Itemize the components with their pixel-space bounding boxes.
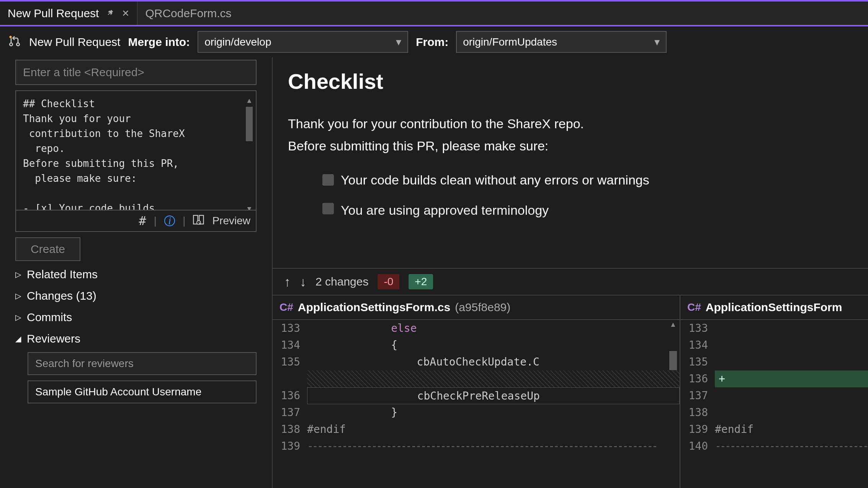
from-label: From: [416, 36, 448, 49]
preview-checklist-item: Your code builds clean without any error… [288, 173, 853, 188]
diff-filename: ApplicationSettingsForm.cs [298, 301, 450, 314]
chevron-right-icon: ▷ [15, 291, 23, 300]
tab-title: QRCodeForm.cs [145, 7, 231, 20]
preview-checklist-item: You are using approved terminology [288, 203, 853, 217]
cs-file-icon: C# [280, 301, 293, 313]
create-button[interactable]: Create [15, 237, 80, 261]
chevron-right-icon: ▷ [15, 270, 23, 279]
diff-commit-hash: (a95f8e89) [455, 301, 510, 314]
preview-paragraph: Thank you for your contribution to the S… [288, 113, 853, 135]
scroll-thumb[interactable] [246, 107, 253, 141]
tree-changes[interactable]: ▷ Changes (13) [15, 288, 257, 304]
pr-toolbar: New Pull Request Merge into: origin/deve… [0, 26, 868, 57]
hash-icon[interactable]: # [139, 214, 146, 228]
diff-view: C# ApplicationSettingsForm.cs (a95f8e89)… [273, 295, 868, 488]
chevron-down-icon: ▾ [396, 36, 401, 48]
svg-point-2 [10, 36, 12, 38]
checkbox-icon[interactable] [322, 174, 334, 186]
chevron-down-icon: ▾ [654, 36, 660, 48]
line-numbers: 133 134 135 136 137 138 139 140 [680, 320, 715, 455]
tab-title: New Pull Request [8, 7, 99, 20]
tab-qrcodeform[interactable]: QRCodeForm.cs [137, 2, 239, 25]
code-lines: + #endif -------------------------------… [715, 320, 868, 455]
preview-toggle-icon[interactable] [193, 215, 204, 227]
chevron-right-icon: ▷ [15, 313, 23, 322]
scroll-up-icon[interactable]: ▲ [671, 320, 675, 328]
scroll-down-icon[interactable]: ▼ [247, 203, 252, 210]
preview-paragraph: Before submitting this PR, please make s… [288, 135, 853, 157]
scrollbar[interactable]: ▲ ▼ [245, 95, 253, 210]
preview-button-label[interactable]: Preview [212, 215, 250, 227]
line-numbers: 133 134 135 136 137 138 139 [273, 320, 307, 455]
tab-new-pr[interactable]: New Pull Request ✕ [0, 2, 137, 25]
code-lines: else { cbAutoCheckUpdate.C cbCheckPreRel… [307, 320, 680, 455]
additions-badge: +2 [409, 274, 433, 289]
merge-into-label: Merge into: [128, 36, 190, 49]
pr-description-box: ## Checklist Thank you for your contribu… [15, 90, 257, 232]
preview-heading: Checklist [288, 69, 853, 94]
toolbar-title: New Pull Request [29, 36, 120, 49]
tree-related-items[interactable]: ▷ Related Items [15, 266, 257, 282]
pin-icon[interactable] [106, 8, 114, 19]
code-scrollbar[interactable]: ▲ [668, 320, 678, 381]
description-footer: # | i | Preview [16, 210, 256, 231]
diff-old: C# ApplicationSettingsForm.cs (a95f8e89)… [273, 295, 680, 488]
changes-count: 2 changes [315, 275, 368, 288]
pr-description-input[interactable]: ## Checklist Thank you for your contribu… [16, 91, 256, 210]
deletions-badge: -0 [378, 274, 399, 289]
cs-file-icon: C# [687, 301, 701, 313]
from-branch-value: origin/FormUpdates [463, 36, 557, 48]
code-new[interactable]: 133 134 135 136 137 138 139 140 + [680, 320, 868, 455]
diff-file-header: C# ApplicationSettingsForm.cs (a95f8e89) [273, 295, 680, 320]
diff-file-header: C# ApplicationSettingsForm [680, 295, 868, 320]
arrow-down-icon[interactable]: ↓ [300, 274, 306, 289]
pr-icon [8, 34, 21, 50]
reviewer-item[interactable]: Sample GitHub Account Username [28, 380, 257, 403]
close-icon[interactable]: ✕ [122, 8, 129, 19]
chevron-down-icon: ◢ [15, 334, 23, 343]
checkbox-icon[interactable] [322, 203, 334, 214]
diff-new: C# ApplicationSettingsForm 133 134 135 1… [680, 295, 868, 488]
merge-branch-value: origin/develop [204, 36, 271, 48]
merge-branch-dropdown[interactable]: origin/develop ▾ [198, 31, 408, 53]
diff-filename: ApplicationSettingsForm [706, 301, 842, 314]
svg-point-0 [10, 43, 13, 46]
code-old[interactable]: 133 134 135 136 137 138 139 else { [273, 320, 680, 455]
from-branch-dropdown[interactable]: origin/FormUpdates ▾ [456, 31, 667, 53]
tab-bar: New Pull Request ✕ QRCodeForm.cs [0, 2, 868, 26]
scroll-up-icon[interactable]: ▲ [247, 95, 252, 105]
pr-title-input[interactable]: Enter a title <Required> [15, 60, 257, 85]
tree-commits[interactable]: ▷ Commits [15, 309, 257, 325]
scroll-thumb[interactable] [669, 351, 677, 370]
arrow-up-icon[interactable]: ↑ [284, 274, 291, 289]
markdown-preview: Checklist Thank you for your contributio… [273, 57, 868, 268]
preview-diff-panel: Checklist Thank you for your contributio… [272, 57, 868, 488]
svg-point-1 [16, 43, 20, 46]
info-icon[interactable]: i [164, 215, 175, 226]
pr-form-panel: Enter a title <Required> ## Checklist Th… [0, 57, 272, 488]
tree-reviewers[interactable]: ◢ Reviewers [15, 331, 257, 347]
reviewer-search-input[interactable]: Search for reviewers [28, 352, 257, 375]
diff-toolbar: ↑ ↓ 2 changes -0 +2 [273, 268, 868, 295]
